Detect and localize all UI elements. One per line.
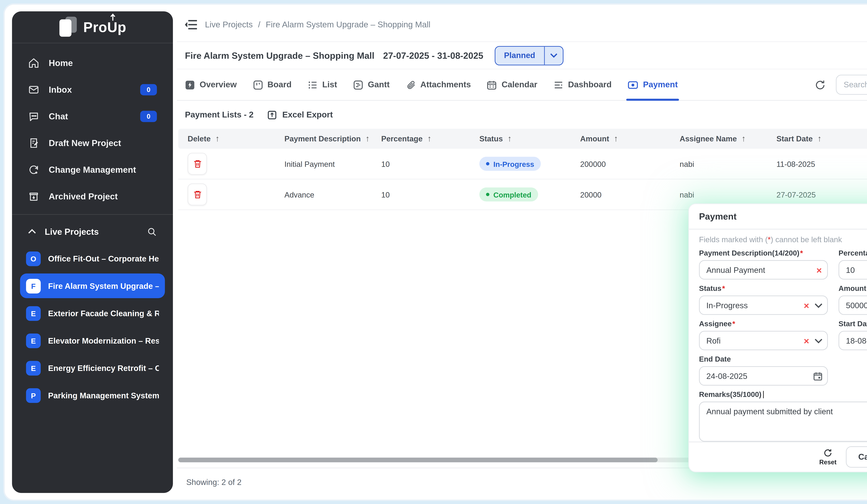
app-frame: ProUp Home Inbox 0 Chat 0 Draft New Proj… [3,3,867,501]
modal-header: Payment × [689,204,867,229]
inbox-icon [28,84,39,95]
project-item-parking-management[interactable]: P Parking Management System In... [20,383,165,407]
logo-text: ProUp [83,19,126,35]
remarks-textarea[interactable]: Annual payment submitted by client [699,402,867,442]
percentage-input[interactable] [838,260,867,280]
required-fields-hint: Fields marked with (*) cannot be left bl… [699,235,867,243]
sidebar-item-draft-new-project[interactable]: Draft New Project [21,129,164,156]
search-box [836,75,867,95]
column-header-assignee[interactable]: Assignee Name↑ [670,134,767,143]
clear-icon[interactable]: × [804,336,809,345]
breadcrumb-live-projects[interactable]: Live Projects [205,20,253,30]
field-assignee: Assignee × [699,319,828,350]
app-stage: ProUp Home Inbox 0 Chat 0 Draft New Proj… [0,0,867,504]
start-date-input[interactable] [838,331,867,350]
column-header-description[interactable]: Payment Description↑ [275,134,372,143]
sidebar-item-label: Change Management [49,164,136,174]
amount-label: Amount [838,284,867,292]
project-avatar: E [26,361,41,375]
project-search-icon[interactable] [147,227,157,237]
payment-description-label: Payment Description(14/200) [699,249,803,257]
sidebar-item-label: Archived Project [49,191,118,201]
amount-input[interactable] [838,296,867,315]
delete-payment-button[interactable] [188,153,207,175]
column-header-start-date[interactable]: Start Date↑ [767,134,867,143]
tab-list[interactable]: List [308,69,337,100]
sort-arrow-icon[interactable]: ↑ [215,134,220,143]
scrollbar-thumb[interactable] [178,457,658,462]
sidebar: ProUp Home Inbox 0 Chat 0 Draft New Proj… [12,11,173,493]
collapse-sidebar-icon[interactable] [185,19,198,30]
sort-arrow-icon[interactable]: ↑ [365,134,370,143]
start-date-label: Start Date [838,319,867,327]
topbar: Live Projects / Fire Alarm System Upgrad… [177,8,867,42]
trash-icon [193,159,202,169]
project-avatar: P [26,388,41,403]
reset-button[interactable]: Reset [819,448,837,465]
column-header-amount[interactable]: Amount↑ [571,134,670,143]
logo-up-arrow-icon [109,13,116,21]
sidebar-item-chat[interactable]: Chat 0 [21,103,164,129]
delete-payment-button[interactable] [188,184,207,206]
clear-icon[interactable]: × [816,265,822,274]
project-item-office-fit-out[interactable]: O Office Fit-Out – Corporate Head... [20,246,165,271]
cancel-button[interactable]: Cancel [846,446,867,468]
tab-dashboard[interactable]: Dashboard [553,69,612,100]
table-row: Initial Payment 10 In-Progress 200000 na… [178,149,867,179]
chevron-up-icon [28,229,36,234]
cell-percentage: 10 [372,190,470,198]
tab-gantt[interactable]: Gantt [353,69,389,100]
sidebar-item-change-management[interactable]: Change Management [21,156,164,183]
calendar-icon[interactable] [813,371,823,381]
project-status-select[interactable]: Planned [495,46,564,65]
payment-description-input[interactable] [699,260,828,280]
column-header-status[interactable]: Status↑ [470,134,571,143]
project-item-fire-alarm-active[interactable]: F Fire Alarm System Upgrade – Sh... [20,274,165,298]
project-item-exterior-facade[interactable]: E Exterior Facade Cleaning & Repa... [20,301,165,325]
chevron-down-icon[interactable] [814,303,822,308]
sort-arrow-icon[interactable]: ↑ [427,134,431,143]
sort-arrow-icon[interactable]: ↑ [741,134,746,143]
project-item-elevator-modernization[interactable]: E Elevator Modernization – Reside... [20,328,165,353]
sort-arrow-icon[interactable]: ↑ [507,134,512,143]
chevron-down-icon[interactable] [814,338,822,343]
search-input[interactable] [836,75,867,95]
dashboard-icon [553,80,563,90]
cell-percentage: 10 [372,160,470,168]
tab-overview[interactable]: Overview [185,69,237,100]
sidebar-section-live-projects[interactable]: Live Projects [12,218,173,245]
home-icon [28,57,39,68]
project-item-energy-efficiency[interactable]: E Energy Efficiency Retrofit – Offic... [20,355,165,380]
tab-calendar[interactable]: Calendar [487,69,537,100]
payment-list-header: Payment Lists - 2 Excel Export Add Payme… [177,101,867,129]
sidebar-nav: Home Inbox 0 Chat 0 Draft New Project Ch… [12,43,173,211]
refresh-icon[interactable] [814,79,826,90]
payment-lists-count: Payment Lists - 2 [185,110,254,119]
excel-export-button[interactable]: Excel Export [267,110,333,120]
sidebar-item-archived-project[interactable]: Archived Project [21,183,164,209]
remarks-label: Remarks(35/1000) [699,390,761,398]
modal-footer: Reset Cancel Save [689,442,867,472]
sidebar-item-inbox[interactable]: Inbox 0 [21,76,164,103]
field-percentage: Percentage × [838,249,867,280]
status-label: Status [699,284,725,292]
export-icon [267,110,277,120]
sidebar-item-label: Inbox [49,84,72,95]
sort-arrow-icon[interactable]: ↑ [614,134,618,143]
sidebar-item-home[interactable]: Home [21,50,164,76]
tab-payment[interactable]: Payment [628,69,678,100]
chat-count-badge: 0 [140,110,157,122]
breadcrumb: Live Projects / Fire Alarm System Upgrad… [205,20,430,30]
project-avatar: O [26,251,41,266]
sidebar-item-label: Chat [49,111,68,121]
end-date-input[interactable] [699,366,828,386]
sidebar-item-label: Draft New Project [49,138,121,148]
clear-icon[interactable]: × [804,300,809,310]
tab-attachments[interactable]: Attachments [406,69,471,100]
column-header-percentage[interactable]: Percentage↑ [372,134,470,143]
column-header-delete[interactable]: Delete↑ [178,134,275,143]
cell-description: Initial Payment [275,160,372,168]
page-title: Fire Alarm System Upgrade – Shopping Mal… [185,51,375,61]
sort-arrow-icon[interactable]: ↑ [817,134,822,143]
tab-board[interactable]: Board [253,69,292,100]
